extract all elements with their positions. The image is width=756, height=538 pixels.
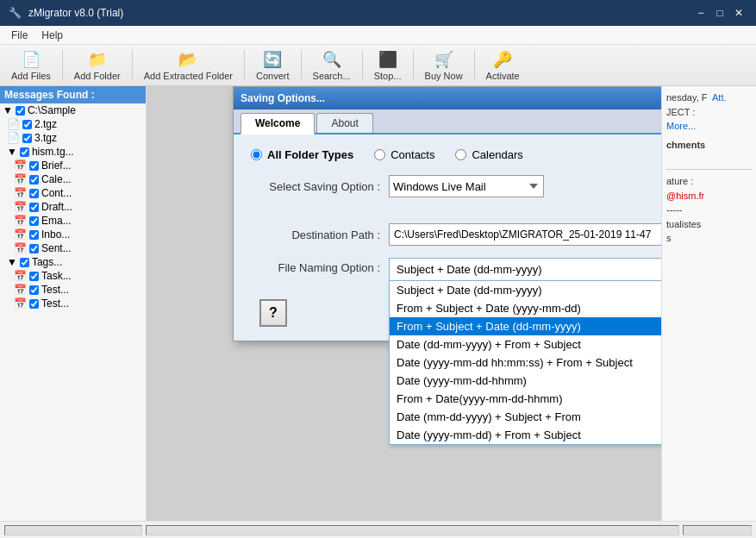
file-naming-option-7[interactable]: Date (mm-dd-yyyy) + Subject + From <box>390 408 661 426</box>
tree-checkbox-inbo[interactable] <box>29 230 39 240</box>
tree-checkbox-cale[interactable] <box>29 175 39 185</box>
app-icon: 🔧 <box>9 7 22 19</box>
convert-button[interactable]: 🔄 Convert <box>248 47 297 84</box>
search-icon: 🔍 <box>322 50 341 69</box>
email-line1: ature : <box>666 174 752 189</box>
tree-item-root[interactable]: ▼ C:\Sample <box>0 103 146 117</box>
title-bar: 🔧 zMigrator v8.0 (Trial) − □ ✕ <box>0 0 756 26</box>
saving-option-label: Select Saving Option : <box>251 180 380 193</box>
tree-item-cont[interactable]: 📅 Cont... <box>0 186 146 200</box>
cal-icon-4: 📅 <box>14 201 27 213</box>
close-button[interactable]: ✕ <box>730 4 747 22</box>
dialog-tabs: Welcome About <box>234 109 661 134</box>
add-folder-label: Add Folder <box>74 71 121 81</box>
file-icon: 📄 <box>7 118 20 130</box>
add-files-button[interactable]: 📄 Add Files <box>3 47 59 84</box>
email-line5: s <box>666 231 752 246</box>
radio-all-folder-input[interactable] <box>251 149 262 160</box>
maximize-button[interactable]: □ <box>711 4 728 22</box>
search-label: Search... <box>313 71 351 81</box>
title-bar-left: 🔧 zMigrator v8.0 (Trial) <box>9 7 123 19</box>
file-naming-option-0[interactable]: Subject + Date (dd-mm-yyyy) <box>390 281 661 299</box>
minimize-button[interactable]: − <box>692 4 709 22</box>
add-folder-button[interactable]: 📁 Add Folder <box>66 47 128 84</box>
file-naming-option-2[interactable]: From + Subject + Date (dd-mm-yyyy) <box>390 317 661 335</box>
status-scrollbar-h[interactable] <box>4 525 142 535</box>
file-naming-option-4[interactable]: Date (yyyy-mm-dd hh:mm:ss) + From + Subj… <box>390 353 661 372</box>
tree-checkbox-brief[interactable] <box>29 161 39 171</box>
more-link[interactable]: More... <box>666 119 752 134</box>
app-title: zMigrator v8.0 (Trial) <box>28 7 123 19</box>
tree-item-3tgz[interactable]: 📄 3.tgz <box>0 131 146 145</box>
tree-checkbox-draft[interactable] <box>29 203 39 212</box>
add-files-label: Add Files <box>11 71 51 81</box>
file-naming-dropdown[interactable]: Subject + Date (dd-mm-yyyy) ▼ Subject + … <box>389 258 661 280</box>
tree-checkbox-test2[interactable] <box>29 299 39 309</box>
tree-checkbox-sent[interactable] <box>29 244 39 253</box>
tree-item-test2[interactable]: 📅 Test... <box>0 297 146 310</box>
cal-icon-2: 📅 <box>14 173 27 185</box>
help-button[interactable]: ? <box>259 299 287 327</box>
tree-checkbox-2[interactable] <box>22 120 32 129</box>
activate-button[interactable]: 🔑 Activate <box>478 47 528 84</box>
file-naming-display[interactable]: Subject + Date (dd-mm-yyyy) ▼ <box>389 258 661 280</box>
tree-item-draft[interactable]: 📅 Draft... <box>0 200 146 214</box>
tree-item-test1[interactable]: 📅 Test... <box>0 283 146 297</box>
file-naming-option-1[interactable]: From + Subject + Date (yyyy-mm-dd) <box>390 299 661 317</box>
tree-checkbox-3[interactable] <box>22 134 32 143</box>
add-folder-icon: 📁 <box>88 50 107 69</box>
tab-about[interactable]: About <box>316 113 372 133</box>
tree-item-sent[interactable]: 📅 Sent... <box>0 241 146 255</box>
tree-item-tags[interactable]: ▼ Tags... <box>0 255 146 269</box>
sep-2 <box>132 50 133 80</box>
folder-open-icon: ▼ <box>7 146 17 158</box>
file-naming-option-3[interactable]: Date (dd-mm-yyyy) + From + Subject <box>390 335 661 353</box>
stop-label: Stop... <box>374 71 402 81</box>
tree-expand-icon: ▼ <box>3 104 13 116</box>
day-label: nesday, F Att. <box>666 91 752 105</box>
tree-item-ema[interactable]: 📅 Ema... <box>0 214 146 228</box>
file-naming-label: File Naming Option : <box>251 258 380 274</box>
tree-checkbox[interactable] <box>16 106 25 116</box>
stop-icon: ⬛ <box>378 50 397 69</box>
radio-contacts[interactable]: Contacts <box>374 148 434 161</box>
menu-file[interactable]: File <box>4 26 34 45</box>
radio-calendars-input[interactable] <box>455 149 466 160</box>
stop-button[interactable]: ⬛ Stop... <box>366 47 409 84</box>
cal-icon-7: 📅 <box>14 242 27 254</box>
sep-6 <box>413 50 414 80</box>
tree-item-cale[interactable]: 📅 Cale... <box>0 172 146 186</box>
radio-contacts-input[interactable] <box>374 149 385 160</box>
tree-checkbox-hism[interactable] <box>20 147 29 157</box>
file-naming-option-6[interactable]: From + Date(yyyy-mm-dd-hhmm) <box>390 390 661 408</box>
tree-item-2tgz[interactable]: 📄 2.tgz <box>0 117 146 131</box>
file-naming-option-5[interactable]: Date (yyyy-mm-dd-hhmm) <box>390 372 661 390</box>
status-scrollbar-right[interactable] <box>683 525 752 535</box>
tab-welcome[interactable]: Welcome <box>241 113 315 134</box>
attachments-label: chments <box>666 138 752 153</box>
tree-checkbox-test1[interactable] <box>29 285 39 295</box>
dialog-title: Saving Options... <box>241 92 325 104</box>
add-extracted-folder-button[interactable]: 📂 Add Extracted Folder <box>136 47 241 84</box>
radio-calendars[interactable]: Calendars <box>455 148 522 161</box>
tree-checkbox-tags[interactable] <box>20 258 29 267</box>
file-naming-option-8[interactable]: Date (yyyy-mm-dd) + From + Subject <box>390 426 661 444</box>
tree-checkbox-ema[interactable] <box>29 216 39 226</box>
cal-icon-3: 📅 <box>14 187 27 199</box>
tree-checkbox-task[interactable] <box>29 272 39 281</box>
tree-item-brief[interactable]: 📅 Brief... <box>0 159 146 172</box>
destination-path-input[interactable] <box>389 223 661 246</box>
status-scrollbar-main[interactable] <box>146 525 679 535</box>
menu-help[interactable]: Help <box>34 26 70 45</box>
tree-item-hism[interactable]: ▼ hism.tg... <box>0 145 146 159</box>
buy-now-button[interactable]: 🛒 Buy Now <box>417 47 471 84</box>
sidebar-header: Messages Found : <box>0 86 146 103</box>
search-button[interactable]: 🔍 Search... <box>305 47 359 84</box>
tree-item-inbo[interactable]: 📅 Inbo... <box>0 228 146 241</box>
title-bar-controls: − □ ✕ <box>692 4 747 22</box>
tree-checkbox-cont[interactable] <box>29 189 39 198</box>
saving-option-select[interactable]: Windows Live MailOutlookThunderbirdGmail <box>389 175 544 197</box>
dialog-body: All Folder Types Contacts Calendars Sele… <box>234 134 661 341</box>
tree-item-task[interactable]: 📅 Task... <box>0 269 146 283</box>
radio-all-folder-types[interactable]: All Folder Types <box>251 148 353 161</box>
